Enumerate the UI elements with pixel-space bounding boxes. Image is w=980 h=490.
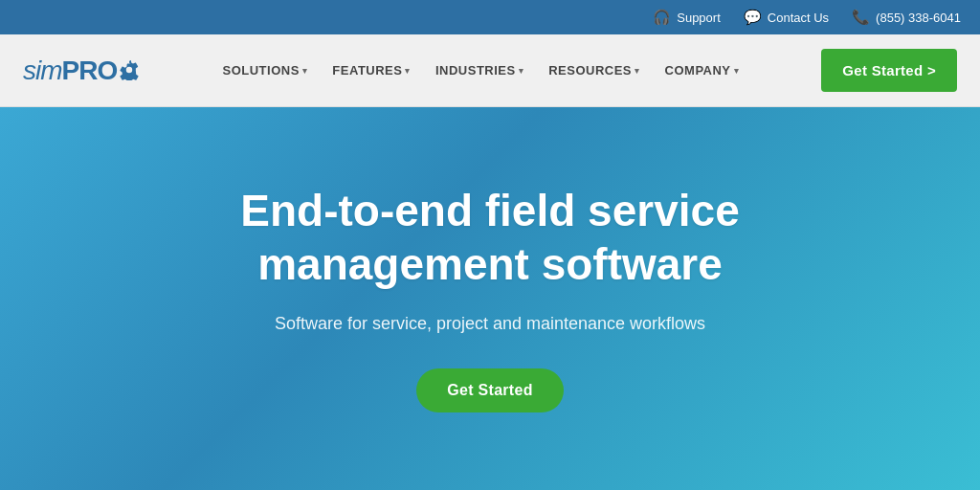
chat-icon: 💬 <box>744 9 762 26</box>
hero-title: End-to-end field service management soft… <box>155 185 825 290</box>
chevron-down-icon: ▾ <box>519 66 524 76</box>
support-label: Support <box>677 11 721 25</box>
nav-industries[interactable]: INDUSTRIES ▾ <box>426 56 533 85</box>
chevron-down-icon: ▾ <box>734 66 740 76</box>
contact-label: Contact Us <box>768 11 829 25</box>
phone-link[interactable]: 📞 (855) 338-6041 <box>852 9 961 26</box>
logo-pro: PRO <box>62 56 118 86</box>
contact-link[interactable]: 💬 Contact Us <box>744 9 829 26</box>
logo-sim: sim <box>23 56 62 86</box>
nav-get-started-button[interactable]: Get Started > <box>821 49 957 92</box>
top-bar: 🎧 Support 💬 Contact Us 📞 (855) 338-6041 <box>0 0 980 34</box>
nav-solutions[interactable]: SOLUTIONS ▾ <box>213 56 318 85</box>
headset-icon: 🎧 <box>653 9 671 26</box>
phone-label: (855) 338-6041 <box>876 11 961 25</box>
hero-section: End-to-end field service management soft… <box>0 107 980 490</box>
logo[interactable]: simPRO <box>23 56 140 86</box>
hero-get-started-button[interactable]: Get Started <box>416 368 564 412</box>
chevron-down-icon: ▾ <box>635 66 640 76</box>
nav-resources[interactable]: RESOURCES ▾ <box>539 56 649 85</box>
chevron-down-icon: ▾ <box>405 66 411 76</box>
phone-icon: 📞 <box>852 9 870 26</box>
nav-features[interactable]: FEATURES ▾ <box>323 56 420 85</box>
chevron-down-icon: ▾ <box>302 66 308 76</box>
hero-subtitle: Software for service, project and mainte… <box>275 314 705 334</box>
support-link[interactable]: 🎧 Support <box>653 9 721 26</box>
nav-bar: simPRO SOLUTIONS ▾ FEATURES ▾ INDUSTRIES… <box>0 34 980 107</box>
logo-gear-icon <box>119 59 140 80</box>
nav-links: SOLUTIONS ▾ FEATURES ▾ INDUSTRIES ▾ RESO… <box>213 56 749 85</box>
nav-company[interactable]: COMPANY ▾ <box>656 56 748 85</box>
